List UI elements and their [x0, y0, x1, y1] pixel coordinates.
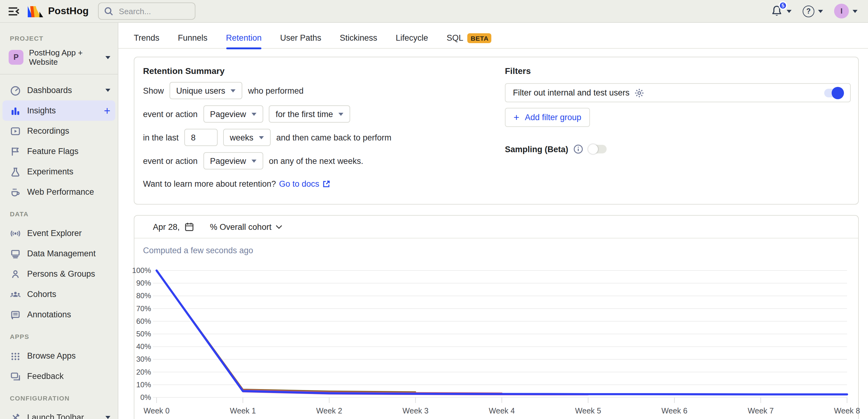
avatar: I: [834, 4, 849, 19]
global-search[interactable]: [98, 2, 195, 20]
sidebar-item-feature-flags[interactable]: Feature Flags: [0, 141, 118, 161]
logo-text: PostHog: [48, 5, 89, 17]
tab-label: Lifecycle: [396, 33, 428, 42]
event-or-action-label: event or action: [143, 156, 197, 165]
svg-text:0%: 0%: [140, 393, 151, 401]
svg-text:Week 8: Week 8: [834, 406, 860, 415]
target-event-select[interactable]: Pageview: [203, 105, 263, 123]
sidebar-item-label: Dashboards: [27, 86, 99, 95]
sidebar-section-apps: APPS: [10, 333, 108, 340]
sidebar-item-web-performance[interactable]: Web Performance: [0, 182, 118, 202]
collapse-sidebar-button[interactable]: [5, 4, 22, 19]
chevron-down-icon: [276, 225, 283, 229]
tab-label: Stickiness: [340, 33, 377, 42]
computed-note: Computed a few seconds ago: [143, 246, 858, 255]
add-filter-group-button[interactable]: + Add filter group: [505, 108, 590, 127]
sidebar-section-project: PROJECT: [10, 34, 108, 42]
internal-users-label: Filter out internal and test users: [513, 88, 629, 97]
sidebar-item-annotations[interactable]: Annotations: [0, 304, 118, 325]
sidebar-section-data: DATA: [10, 210, 108, 218]
sidebar-item-label: Feedback: [27, 372, 110, 381]
gear-icon[interactable]: [634, 88, 644, 98]
chevron-down-icon: [259, 136, 264, 139]
date-picker-button[interactable]: Apr 28,: [153, 222, 194, 232]
project-avatar: P: [9, 50, 24, 65]
came-back-label: and then came back to perform: [276, 133, 392, 142]
flag-icon: [10, 146, 21, 157]
sidebar-divider: [0, 74, 118, 74]
sidebar-item-label: Browse Apps: [27, 351, 110, 360]
calendar-icon: [184, 222, 194, 232]
returning-event-select[interactable]: Pageview: [203, 152, 263, 169]
tools-icon: [10, 412, 21, 419]
sidebar-item-dashboards[interactable]: Dashboards: [0, 80, 118, 100]
plus-icon: +: [514, 112, 519, 122]
person-icon: [10, 268, 21, 280]
new-insight-button[interactable]: +: [104, 105, 110, 116]
tab-lifecycle[interactable]: Lifecycle: [396, 27, 428, 49]
posthog-logo[interactable]: PostHog: [27, 5, 89, 18]
sidebar-item-recordings[interactable]: Recordings: [0, 121, 118, 141]
search-input[interactable]: [118, 6, 186, 16]
toggle-knob: [588, 144, 598, 154]
sidebar-section-configuration: CONFIGURATION: [10, 394, 108, 402]
sidebar-item-browse-apps[interactable]: Browse Apps: [0, 346, 118, 366]
period-unit-select[interactable]: weeks: [223, 129, 271, 146]
chevron-down-icon: [231, 89, 236, 92]
topbar-right: 5 ? I: [766, 4, 868, 19]
sidebar-item-cohorts[interactable]: Cohorts: [0, 284, 118, 304]
tab-user-paths[interactable]: User Paths: [280, 27, 321, 49]
tab-label: Trends: [134, 33, 159, 42]
svg-text:80%: 80%: [136, 291, 151, 300]
tab-trends[interactable]: Trends: [134, 27, 159, 49]
tab-sql[interactable]: SQL BETA: [447, 27, 492, 49]
info-icon[interactable]: [573, 144, 583, 154]
cohort-display-select[interactable]: % Overall cohort: [210, 222, 283, 231]
sidebar-item-persons-groups[interactable]: Persons & Groups: [0, 264, 118, 284]
sidebar-item-data-management[interactable]: Data Management: [0, 244, 118, 264]
sidebar-item-insights[interactable]: Insights +: [2, 100, 115, 121]
project-switcher[interactable]: P PostHog App + Website: [0, 46, 118, 68]
sidebar-item-label: Web Performance: [27, 187, 110, 197]
next-weeks-label: on any of the next weeks.: [269, 156, 363, 165]
notifications-button[interactable]: 5: [766, 5, 796, 17]
internal-users-filter-row: Filter out internal and test users: [505, 83, 851, 102]
sidebar: PROJECT P PostHog App + Website Dashboar…: [0, 23, 118, 419]
account-menu-button[interactable]: I: [830, 4, 862, 19]
help-button[interactable]: ?: [798, 5, 827, 17]
period-count-input[interactable]: [184, 129, 218, 146]
svg-text:40%: 40%: [136, 342, 151, 351]
sidebar-item-feedback[interactable]: Feedback: [0, 366, 118, 386]
sidebar-item-label: Experiments: [27, 167, 110, 176]
internal-users-toggle[interactable]: [824, 89, 843, 97]
svg-text:Week 0: Week 0: [144, 406, 169, 415]
sampling-toggle[interactable]: [588, 145, 607, 154]
tab-retention[interactable]: Retention: [226, 27, 262, 49]
svg-text:60%: 60%: [136, 317, 151, 325]
recordings-icon: [10, 125, 21, 136]
sidebar-item-event-explorer[interactable]: Event Explorer: [0, 223, 118, 244]
sidebar-item-launch-toolbar[interactable]: Launch Toolbar: [0, 407, 118, 419]
sidebar-item-label: Recordings: [27, 126, 110, 135]
svg-text:90%: 90%: [136, 279, 151, 287]
aggregation-select[interactable]: Unique users: [169, 82, 243, 99]
first-time-select[interactable]: for the first time: [269, 105, 350, 123]
sidebar-item-label: Data Management: [27, 249, 110, 258]
tab-funnels[interactable]: Funnels: [178, 27, 208, 49]
sidebar-item-label: Annotations: [27, 310, 110, 319]
flask-icon: [10, 166, 21, 177]
tab-label: User Paths: [280, 33, 321, 42]
first-time-value: for the first time: [276, 109, 333, 119]
chart-header: Apr 28, % Overall cohort: [134, 216, 858, 238]
go-to-docs-link[interactable]: Go to docs: [279, 179, 331, 189]
sidebar-item-experiments[interactable]: Experiments: [0, 161, 118, 182]
chevron-down-icon: [251, 159, 256, 162]
tab-label: Funnels: [178, 33, 208, 42]
sidebar-item-label: Cohorts: [27, 290, 110, 299]
summary-row-period: in the last weeks and then came back to …: [143, 129, 488, 146]
svg-text:Week 5: Week 5: [575, 406, 601, 415]
posthog-app: PostHog 5 ?: [0, 0, 868, 419]
tab-stickiness[interactable]: Stickiness: [340, 27, 377, 49]
retention-summary-title: Retention Summary: [143, 66, 488, 76]
chevron-down-icon: [105, 56, 110, 59]
